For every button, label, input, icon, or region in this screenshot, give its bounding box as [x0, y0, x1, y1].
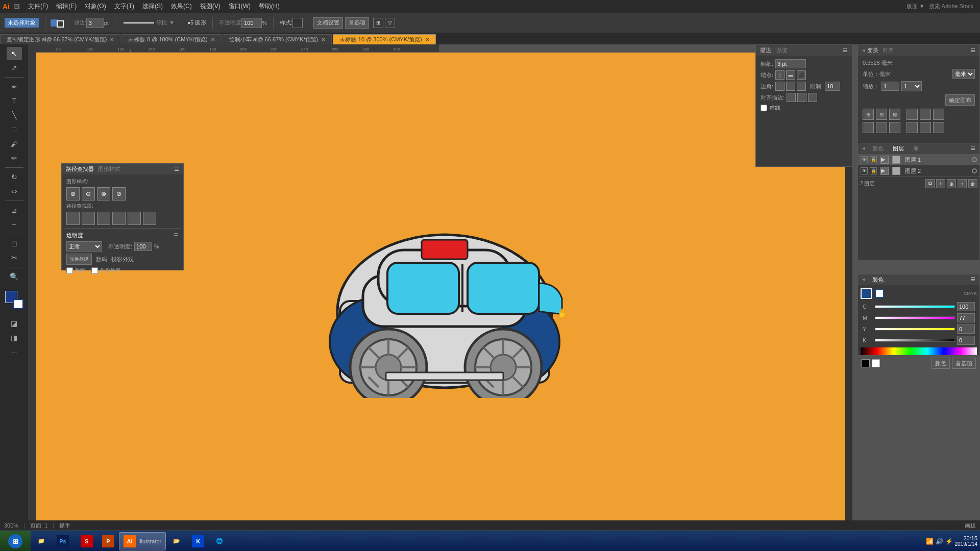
layers-tab[interactable]: 图层 [893, 145, 904, 153]
tab-close-0[interactable]: ✕ [110, 37, 114, 42]
grid-btn-2[interactable]: ⊟ [876, 109, 887, 120]
layers-menu[interactable]: ☰ [970, 145, 975, 153]
doc-settings-btn[interactable]: 文档设置 [313, 17, 343, 29]
confirm-canvas-btn[interactable]: 确定画布 [945, 94, 975, 106]
invert-checkbox[interactable] [91, 267, 98, 274]
minus-front-btn[interactable]: ⊖ [82, 187, 95, 201]
corner-btn-2[interactable] [786, 82, 795, 91]
layer-1-eye[interactable]: 👁 [861, 156, 868, 163]
delete-layer-btn[interactable]: 🗑 [968, 179, 977, 188]
align-btn-v[interactable] [920, 109, 931, 120]
space-btn-3[interactable] [933, 122, 944, 133]
start-button[interactable]: ⊞ [0, 531, 31, 552]
gradient-tab[interactable]: 渐变 [776, 46, 788, 54]
y-slider[interactable] [875, 328, 955, 331]
align-btn-h[interactable] [906, 109, 918, 120]
menu-window[interactable]: 窗口(W) [225, 0, 255, 13]
tab-2[interactable]: 绘制小车.ai@ 66.67% (CMYK/预览) ✕ [223, 34, 332, 44]
color-fill-swatch[interactable] [861, 288, 872, 299]
stroke-width-field[interactable] [775, 59, 806, 68]
cap-btn-2[interactable]: ▬ [786, 70, 795, 80]
pathfinder-menu[interactable]: ☰ [174, 166, 179, 172]
menu-help[interactable]: 帮助(H) [255, 0, 284, 13]
white-swatch[interactable] [872, 359, 880, 367]
eraser-tool[interactable]: ◻ [7, 237, 22, 250]
menu-view[interactable]: 视图(V) [196, 0, 225, 13]
minus-back-btn[interactable] [143, 212, 156, 225]
stroke-panel-header[interactable]: 描边 渐变 ☰ [756, 45, 852, 56]
c-input[interactable] [957, 302, 975, 311]
library-tab[interactable]: 库 [913, 145, 919, 153]
pencil-tool[interactable]: ✏ [7, 152, 22, 165]
line-tool[interactable]: ╲ [7, 109, 22, 122]
prefs-btn[interactable]: 首选项 [345, 17, 369, 29]
tab-1[interactable]: 未标题-8 @ 100% (CMYK/预览) ✕ [121, 34, 221, 44]
outline-btn[interactable] [128, 212, 141, 225]
align-btn-c[interactable] [933, 109, 944, 120]
miter-limit-input[interactable] [825, 82, 840, 91]
stroke-size-input[interactable] [86, 18, 104, 28]
taskbar-item-powerpoint[interactable]: P [97, 532, 119, 550]
view-btn-2[interactable]: ▽ [385, 18, 395, 28]
collapse-icon[interactable]: ◂ [862, 47, 865, 54]
paintbrush-tool[interactable]: 🖌 [7, 137, 22, 151]
tab-close-3[interactable]: ✕ [425, 37, 429, 42]
layer-row-1[interactable]: 👁 🔓 ▶ 图层 1 [858, 154, 979, 165]
freepaint-tool[interactable]: ~ [7, 218, 22, 231]
taskbar-item-snagit[interactable]: S [76, 532, 97, 550]
mirror-tool[interactable]: ⇔ [7, 185, 22, 198]
taskbar-item-illustrator[interactable]: Ai Illustrator [119, 532, 166, 550]
align-btn-2[interactable] [797, 93, 806, 102]
color-panel-collapse[interactable]: ◂ [862, 276, 865, 284]
create-layer-btn[interactable]: + [936, 179, 945, 188]
cap-btn-3[interactable]: ⬛ [797, 70, 806, 80]
layer-row-2[interactable]: 👁 🔒 ▶ 图层 2 [858, 165, 979, 177]
tab-0[interactable]: 复制锁定图形.ai@ 66.67% (CMYK/预览) ✕ [0, 34, 120, 44]
unit-select[interactable]: 毫米像素英寸 [952, 69, 975, 79]
transform-menu-icon[interactable]: ☰ [970, 47, 975, 54]
menu-file[interactable]: 文件(F) [24, 0, 52, 13]
stroke-panel-menu[interactable]: ☰ [843, 47, 848, 54]
draw-inside-btn[interactable]: ◪ [7, 317, 22, 330]
unite-btn[interactable]: ⊕ [66, 187, 80, 201]
c-slider[interactable] [875, 305, 955, 308]
corner-btn-1[interactable] [775, 82, 785, 91]
tab-close-2[interactable]: ✕ [321, 37, 325, 42]
color-spectrum[interactable] [861, 347, 977, 355]
dist-btn-3[interactable] [889, 122, 900, 133]
divide-btn[interactable] [66, 212, 80, 225]
dashed-checkbox[interactable] [761, 105, 767, 111]
layers-collapse[interactable]: ◂ [862, 145, 865, 153]
color-panel-menu[interactable]: ☰ [970, 276, 975, 284]
dist-btn-2[interactable] [876, 122, 887, 133]
apply-mask-btn[interactable]: 转换外观 [66, 254, 92, 265]
type-tool[interactable]: T [7, 94, 22, 108]
more-tools-btn[interactable]: ··· [7, 345, 22, 359]
layer-2-expand[interactable]: ▶ [880, 167, 889, 175]
rotate-tool[interactable]: ↻ [7, 170, 22, 184]
zoom-input[interactable] [881, 82, 899, 91]
color-tab[interactable]: 颜色 [872, 145, 884, 153]
taskbar-item-explorer[interactable]: 📂 [166, 532, 187, 550]
direct-selection-tool[interactable]: ↗ [7, 61, 22, 74]
opacity-input[interactable] [241, 18, 262, 28]
transparency-menu[interactable]: ☰ [174, 232, 179, 239]
zoom-percent[interactable]: 300% [4, 522, 18, 529]
doc-settings-btn-2[interactable]: 颜色 [932, 358, 950, 369]
view-btn-1[interactable]: ⊞ [373, 18, 383, 28]
scissors-tool[interactable]: ✂ [7, 251, 22, 264]
black-swatch[interactable] [862, 359, 870, 367]
dist-btn-1[interactable] [863, 122, 874, 133]
align-btn-1[interactable] [787, 93, 796, 102]
color-tab-active[interactable]: 颜色 [872, 276, 884, 284]
taskbar-item-kugou[interactable]: K [187, 532, 209, 550]
selection-tool[interactable]: ↖ [7, 47, 22, 60]
width-tool[interactable]: ⊿ [7, 204, 22, 217]
stroke-color[interactable] [57, 20, 64, 28]
layer-2-lock[interactable]: 🔒 [870, 167, 877, 174]
pen-tool[interactable]: ✒ [7, 80, 22, 93]
transparency-opacity-input[interactable] [134, 242, 152, 251]
tab-close-1[interactable]: ✕ [211, 37, 215, 42]
trim-btn[interactable] [82, 212, 95, 225]
layer-2-eye[interactable]: 👁 [861, 167, 868, 174]
